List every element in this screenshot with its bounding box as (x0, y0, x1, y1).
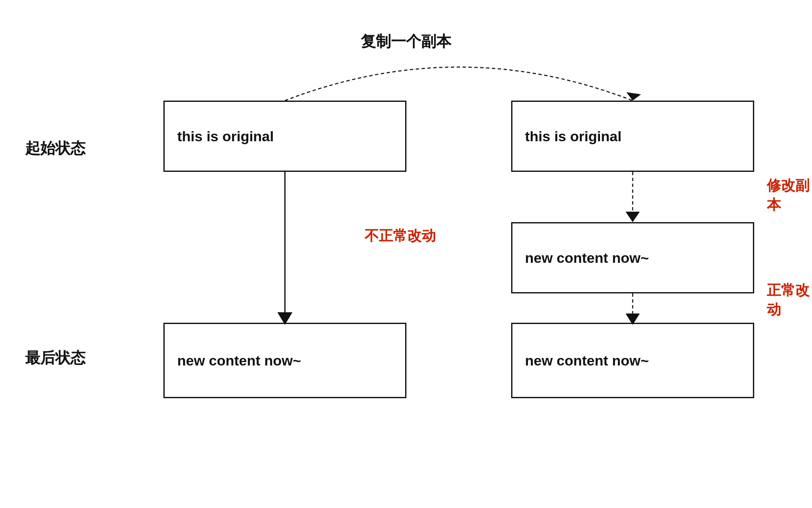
label-modify-copy: 修改副本 (767, 176, 812, 215)
diagram-container: 复制一个副本 起始状态 最后状态 this is original new co… (0, 0, 812, 508)
end-label: 最后状态 (25, 348, 85, 368)
box-left-bottom: new content now~ (163, 323, 406, 398)
box-left-top: this is original (163, 101, 406, 172)
label-abnormal-change: 不正常改动 (365, 226, 436, 246)
svg-marker-4 (626, 212, 640, 222)
svg-marker-0 (626, 92, 641, 101)
label-normal-change: 正常改动 (767, 281, 812, 319)
box-right-top: this is original (511, 101, 754, 172)
start-label: 起始状态 (25, 138, 85, 159)
box-right-mid: new content now~ (511, 222, 754, 293)
box-right-bottom: new content now~ (511, 323, 754, 398)
top-label: 复制一个副本 (361, 31, 451, 52)
